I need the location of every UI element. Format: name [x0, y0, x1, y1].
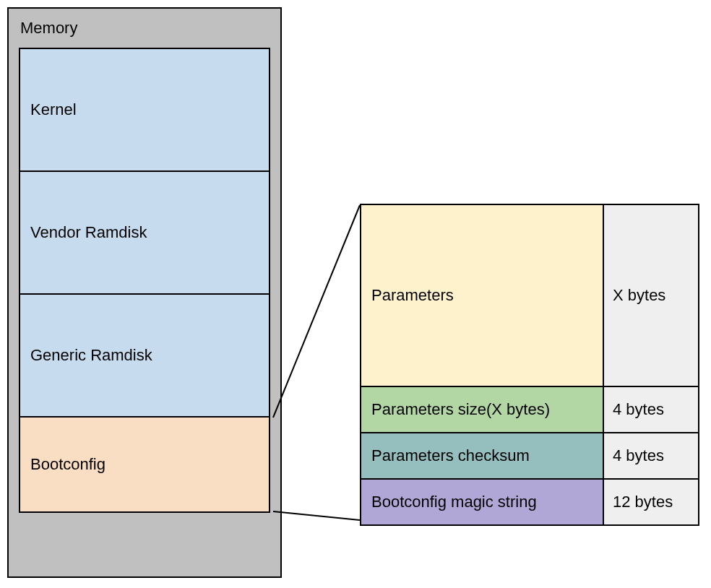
memory-row-label: Kernel	[30, 100, 77, 119]
detail-row-parameters-checksum: Parameters checksum 4 bytes	[361, 433, 698, 480]
detail-label: Bootconfig magic string	[361, 480, 604, 524]
svg-line-1	[273, 511, 360, 520]
detail-row-parameters-size: Parameters size(X bytes) 4 bytes	[361, 387, 698, 433]
memory-row-label: Bootconfig	[30, 455, 105, 474]
memory-row-generic-ramdisk: Generic Ramdisk	[20, 295, 269, 418]
memory-row-label: Generic Ramdisk	[30, 346, 152, 365]
svg-line-0	[273, 205, 360, 418]
detail-label: Parameters size(X bytes)	[361, 387, 604, 432]
memory-row-vendor-ramdisk: Vendor Ramdisk	[20, 172, 269, 295]
memory-title: Memory	[20, 19, 270, 38]
memory-row-bootconfig: Bootconfig	[20, 418, 269, 511]
detail-size: X bytes	[604, 205, 698, 386]
detail-row-bootconfig-magic: Bootconfig magic string 12 bytes	[361, 480, 698, 524]
detail-size: 4 bytes	[604, 433, 698, 478]
memory-row-kernel: Kernel	[20, 49, 269, 172]
bootconfig-detail-panel: Parameters X bytes Parameters size(X byt…	[360, 204, 699, 526]
detail-label: Parameters checksum	[361, 433, 604, 478]
detail-size: 4 bytes	[604, 387, 698, 432]
detail-size: 12 bytes	[604, 480, 698, 524]
memory-row-label: Vendor Ramdisk	[30, 223, 147, 242]
memory-panel: Memory Kernel Vendor Ramdisk Generic Ram…	[7, 7, 282, 578]
detail-row-parameters: Parameters X bytes	[361, 205, 698, 387]
memory-stack: Kernel Vendor Ramdisk Generic Ramdisk Bo…	[19, 48, 270, 513]
detail-label: Parameters	[361, 205, 604, 386]
